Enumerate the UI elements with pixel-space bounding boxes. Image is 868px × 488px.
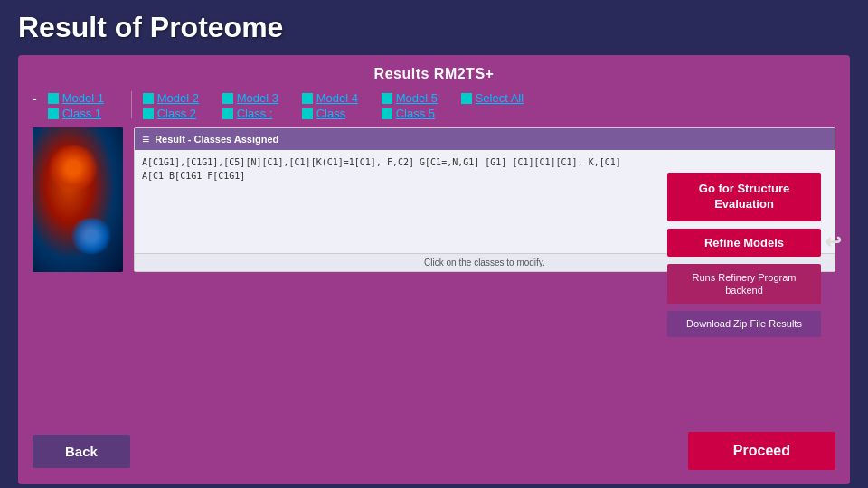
protein-image	[33, 127, 123, 272]
model1-link[interactable]: Model 1	[62, 91, 104, 105]
page-title: Result of Proteome	[0, 0, 868, 55]
class5-link[interactable]: Class 5	[396, 107, 435, 120]
runs-refinery-box: Runs Refinery Program backend	[667, 264, 821, 305]
model1-checkbox[interactable]	[48, 93, 59, 104]
class4-link[interactable]: Class	[316, 107, 346, 120]
model2-checkbox[interactable]	[143, 93, 154, 104]
model-item-5: Model 5 Class 5	[382, 91, 454, 120]
content-area: Result - Classes Assigned A[C1G1],[C1G1]…	[33, 127, 835, 272]
select-all-link[interactable]: Select All	[476, 91, 524, 105]
model5-checkbox[interactable]	[382, 93, 392, 104]
bottom-row: Back Proceed	[33, 432, 835, 470]
model-item-4: Model 4 Class	[302, 91, 374, 120]
model-item-3: Model 3 Class :	[222, 91, 295, 120]
select-all-item: Select All	[461, 91, 524, 105]
class2-checkbox[interactable]	[143, 108, 154, 119]
right-panel: Go for Structure Evaluation Refine Model…	[667, 173, 821, 337]
models-row: - Model 1 Class 1 Model 2 Class 2	[33, 91, 835, 120]
class3-link[interactable]: Class :	[237, 107, 273, 120]
class5-checkbox[interactable]	[382, 108, 392, 119]
class4-checkbox[interactable]	[302, 108, 313, 119]
model3-link[interactable]: Model 3	[237, 91, 278, 105]
model5-link[interactable]: Model 5	[396, 91, 438, 105]
result-box-header: Result - Classes Assigned	[135, 128, 835, 150]
model-item-1: Model 1 Class 1	[48, 91, 120, 120]
minus-label: -	[33, 91, 37, 106]
class1-checkbox[interactable]	[48, 108, 59, 119]
class1-link[interactable]: Class 1	[62, 107, 101, 120]
panel-title: Results RM2TS+	[33, 66, 835, 82]
class2-link[interactable]: Class 2	[157, 107, 196, 120]
model4-checkbox[interactable]	[302, 93, 313, 104]
class3-checkbox[interactable]	[222, 108, 233, 119]
result-line1: A[C1G1],[C1G1],[C5][N][C1],[C1][K(C1]=1[…	[142, 155, 827, 169]
back-button[interactable]: Back	[33, 435, 130, 468]
model3-checkbox[interactable]	[222, 93, 233, 104]
proceed-button[interactable]: Proceed	[688, 432, 835, 470]
refine-arrow-icon: ↩	[825, 230, 841, 254]
model-item-2: Model 2 Class 2	[143, 91, 215, 120]
refine-models-button[interactable]: Refine Models	[667, 229, 821, 257]
select-all-checkbox[interactable]	[461, 93, 472, 104]
model2-link[interactable]: Model 2	[157, 91, 199, 105]
main-panel: Results RM2TS+ - Model 1 Class 1 Model 2	[18, 55, 850, 484]
go-structure-button[interactable]: Go for Structure Evaluation	[667, 173, 821, 221]
model4-link[interactable]: Model 4	[316, 91, 358, 105]
download-button[interactable]: Download Zip File Results	[667, 311, 821, 336]
